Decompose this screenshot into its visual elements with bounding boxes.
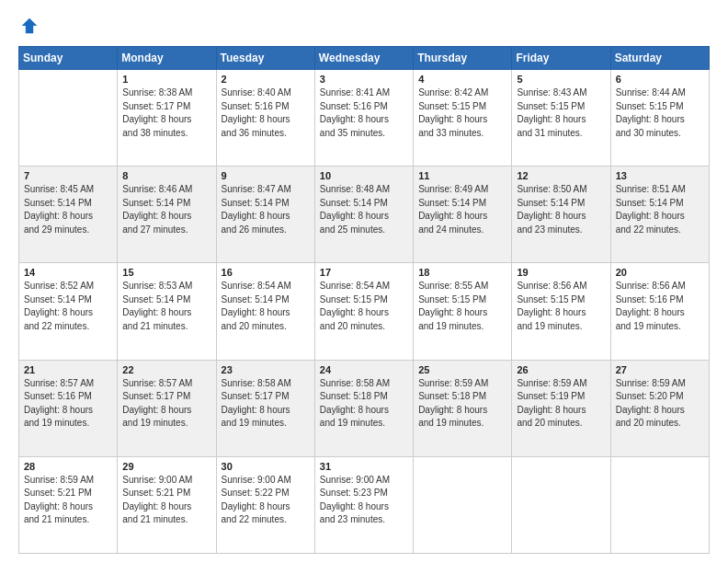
- day-info: Sunrise: 9:00 AM Sunset: 5:22 PM Dayligh…: [222, 474, 310, 527]
- day-info: Sunrise: 8:57 AM Sunset: 5:16 PM Dayligh…: [24, 377, 112, 431]
- weekday-thursday: Thursday: [414, 47, 512, 70]
- calendar-cell: 1Sunrise: 8:38 AM Sunset: 5:17 PM Daylig…: [118, 70, 216, 167]
- day-number: 4: [418, 74, 506, 85]
- day-info: Sunrise: 8:42 AM Sunset: 5:15 PM Dayligh…: [418, 86, 506, 140]
- day-info: Sunrise: 8:55 AM Sunset: 5:15 PM Dayligh…: [418, 280, 506, 333]
- calendar-cell: 16Sunrise: 8:54 AM Sunset: 5:14 PM Dayli…: [216, 263, 314, 360]
- weekday-monday: Monday: [118, 47, 216, 70]
- calendar-cell: 6Sunrise: 8:44 AM Sunset: 5:15 PM Daylig…: [610, 70, 709, 167]
- calendar-cell: 3Sunrise: 8:41 AM Sunset: 5:16 PM Daylig…: [314, 70, 413, 167]
- day-number: 25: [418, 364, 506, 375]
- day-number: 1: [122, 74, 210, 85]
- calendar-cell: 4Sunrise: 8:42 AM Sunset: 5:15 PM Daylig…: [414, 70, 512, 167]
- day-number: 24: [320, 364, 408, 375]
- calendar-cell: 8Sunrise: 8:46 AM Sunset: 5:14 PM Daylig…: [118, 167, 216, 263]
- weekday-header-row: SundayMondayTuesdayWednesdayThursdayFrid…: [19, 47, 710, 70]
- calendar-cell: 9Sunrise: 8:47 AM Sunset: 5:14 PM Daylig…: [216, 167, 314, 263]
- day-info: Sunrise: 8:59 AM Sunset: 5:21 PM Dayligh…: [24, 474, 112, 527]
- calendar-cell: 31Sunrise: 9:00 AM Sunset: 5:23 PM Dayli…: [314, 456, 413, 553]
- day-number: 20: [616, 267, 704, 278]
- day-number: 16: [222, 267, 310, 278]
- calendar-cell: 20Sunrise: 8:56 AM Sunset: 5:16 PM Dayli…: [610, 263, 709, 360]
- calendar-cell: 27Sunrise: 8:59 AM Sunset: 5:20 PM Dayli…: [610, 360, 709, 456]
- day-info: Sunrise: 8:58 AM Sunset: 5:18 PM Dayligh…: [320, 377, 408, 431]
- weekday-saturday: Saturday: [610, 47, 709, 70]
- day-number: 2: [222, 74, 310, 85]
- day-info: Sunrise: 8:54 AM Sunset: 5:14 PM Dayligh…: [222, 280, 310, 333]
- day-number: 14: [24, 267, 112, 278]
- logo-icon: [20, 17, 39, 35]
- day-info: Sunrise: 8:38 AM Sunset: 5:17 PM Dayligh…: [122, 86, 210, 140]
- calendar-cell: [610, 456, 709, 553]
- calendar-cell: [414, 456, 512, 553]
- week-row-5: 28Sunrise: 8:59 AM Sunset: 5:21 PM Dayli…: [19, 456, 710, 553]
- calendar-cell: 12Sunrise: 8:50 AM Sunset: 5:14 PM Dayli…: [512, 167, 610, 263]
- day-number: 28: [24, 461, 112, 472]
- day-info: Sunrise: 8:56 AM Sunset: 5:16 PM Dayligh…: [616, 280, 704, 333]
- day-number: 31: [320, 461, 408, 472]
- calendar-cell: 30Sunrise: 9:00 AM Sunset: 5:22 PM Dayli…: [216, 456, 314, 553]
- calendar-cell: 21Sunrise: 8:57 AM Sunset: 5:16 PM Dayli…: [19, 360, 118, 456]
- calendar-cell: 17Sunrise: 8:54 AM Sunset: 5:15 PM Dayli…: [314, 263, 413, 360]
- day-number: 23: [222, 364, 310, 375]
- week-row-2: 7Sunrise: 8:45 AM Sunset: 5:14 PM Daylig…: [19, 167, 710, 263]
- day-info: Sunrise: 9:00 AM Sunset: 5:21 PM Dayligh…: [122, 474, 210, 527]
- calendar-cell: 25Sunrise: 8:59 AM Sunset: 5:18 PM Dayli…: [414, 360, 512, 456]
- calendar-cell: 28Sunrise: 8:59 AM Sunset: 5:21 PM Dayli…: [19, 456, 118, 553]
- weekday-sunday: Sunday: [19, 47, 118, 70]
- day-info: Sunrise: 8:47 AM Sunset: 5:14 PM Dayligh…: [222, 183, 310, 236]
- day-number: 15: [122, 267, 210, 278]
- day-number: 19: [517, 267, 605, 278]
- day-number: 11: [418, 170, 506, 181]
- day-number: 29: [122, 461, 210, 472]
- calendar-cell: 24Sunrise: 8:58 AM Sunset: 5:18 PM Dayli…: [314, 360, 413, 456]
- day-info: Sunrise: 8:56 AM Sunset: 5:15 PM Dayligh…: [517, 280, 605, 333]
- day-info: Sunrise: 8:57 AM Sunset: 5:17 PM Dayligh…: [122, 377, 210, 431]
- logo: [18, 17, 42, 39]
- day-number: 13: [616, 170, 704, 181]
- day-info: Sunrise: 8:45 AM Sunset: 5:14 PM Dayligh…: [24, 183, 112, 236]
- day-info: Sunrise: 8:49 AM Sunset: 5:14 PM Dayligh…: [418, 183, 506, 236]
- day-info: Sunrise: 8:54 AM Sunset: 5:15 PM Dayligh…: [320, 280, 408, 333]
- day-info: Sunrise: 8:41 AM Sunset: 5:16 PM Dayligh…: [320, 86, 408, 140]
- weekday-wednesday: Wednesday: [314, 47, 413, 70]
- header: [18, 17, 710, 39]
- day-number: 27: [616, 364, 704, 375]
- day-number: 8: [122, 170, 210, 181]
- day-info: Sunrise: 8:43 AM Sunset: 5:15 PM Dayligh…: [517, 86, 605, 140]
- day-number: 9: [222, 170, 310, 181]
- day-info: Sunrise: 8:59 AM Sunset: 5:19 PM Dayligh…: [517, 377, 605, 431]
- day-info: Sunrise: 8:44 AM Sunset: 5:15 PM Dayligh…: [616, 86, 704, 140]
- day-info: Sunrise: 9:00 AM Sunset: 5:23 PM Dayligh…: [320, 474, 408, 527]
- calendar-cell: 2Sunrise: 8:40 AM Sunset: 5:16 PM Daylig…: [216, 70, 314, 167]
- calendar-cell: 11Sunrise: 8:49 AM Sunset: 5:14 PM Dayli…: [414, 167, 512, 263]
- calendar-cell: 7Sunrise: 8:45 AM Sunset: 5:14 PM Daylig…: [19, 167, 118, 263]
- day-number: 22: [122, 364, 210, 375]
- day-number: 3: [320, 74, 408, 85]
- day-number: 18: [418, 267, 506, 278]
- calendar-cell: 5Sunrise: 8:43 AM Sunset: 5:15 PM Daylig…: [512, 70, 610, 167]
- calendar-cell: 14Sunrise: 8:52 AM Sunset: 5:14 PM Dayli…: [19, 263, 118, 360]
- week-row-4: 21Sunrise: 8:57 AM Sunset: 5:16 PM Dayli…: [19, 360, 710, 456]
- page: SundayMondayTuesdayWednesdayThursdayFrid…: [0, 0, 728, 563]
- calendar-cell: 10Sunrise: 8:48 AM Sunset: 5:14 PM Dayli…: [314, 167, 413, 263]
- day-info: Sunrise: 8:40 AM Sunset: 5:16 PM Dayligh…: [222, 86, 310, 140]
- calendar-cell: 26Sunrise: 8:59 AM Sunset: 5:19 PM Dayli…: [512, 360, 610, 456]
- week-row-1: 1Sunrise: 8:38 AM Sunset: 5:17 PM Daylig…: [19, 70, 710, 167]
- day-info: Sunrise: 8:51 AM Sunset: 5:14 PM Dayligh…: [616, 183, 704, 236]
- day-number: 6: [616, 74, 704, 85]
- day-info: Sunrise: 8:53 AM Sunset: 5:14 PM Dayligh…: [122, 280, 210, 333]
- day-number: 5: [517, 74, 605, 85]
- day-number: 10: [320, 170, 408, 181]
- calendar-cell: 22Sunrise: 8:57 AM Sunset: 5:17 PM Dayli…: [118, 360, 216, 456]
- week-row-3: 14Sunrise: 8:52 AM Sunset: 5:14 PM Dayli…: [19, 263, 710, 360]
- svg-marker-0: [22, 18, 38, 34]
- calendar-cell: 23Sunrise: 8:58 AM Sunset: 5:17 PM Dayli…: [216, 360, 314, 456]
- calendar-cell: 13Sunrise: 8:51 AM Sunset: 5:14 PM Dayli…: [610, 167, 709, 263]
- day-info: Sunrise: 8:59 AM Sunset: 5:18 PM Dayligh…: [418, 377, 506, 431]
- weekday-tuesday: Tuesday: [216, 47, 314, 70]
- calendar-cell: [19, 70, 118, 167]
- day-info: Sunrise: 8:50 AM Sunset: 5:14 PM Dayligh…: [517, 183, 605, 236]
- day-number: 26: [517, 364, 605, 375]
- day-info: Sunrise: 8:48 AM Sunset: 5:14 PM Dayligh…: [320, 183, 408, 236]
